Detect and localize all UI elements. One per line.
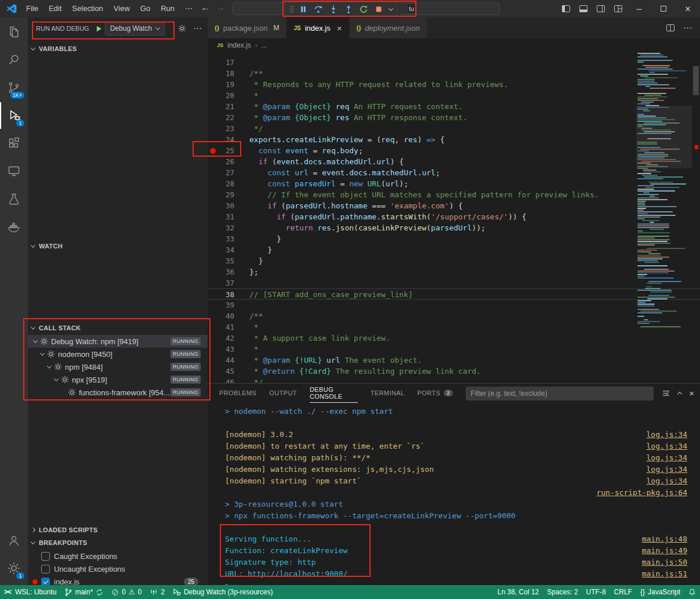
activity-extensions-icon[interactable]	[0, 130, 28, 157]
start-debugging-icon[interactable]	[95, 25, 103, 33]
glyph-margin[interactable]	[208, 134, 220, 145]
maximize-icon[interactable]	[651, 0, 676, 17]
settings-gear-icon[interactable]: 1	[0, 555, 28, 582]
glyph-margin[interactable]	[208, 322, 220, 333]
section-watch[interactable]: WATCH	[28, 240, 208, 252]
menu-edit[interactable]: Edit	[43, 2, 67, 15]
glyph-margin[interactable]	[208, 123, 220, 134]
glyph-margin[interactable]	[208, 90, 220, 101]
glyph-margin[interactable]	[208, 366, 220, 377]
callstack-item[interactable]: nodemon [9450]RUNNING	[28, 348, 208, 360]
section-breakpoints[interactable]: BREAKPOINTS	[28, 537, 208, 549]
activity-search-icon[interactable]	[0, 46, 28, 73]
glyph-margin[interactable]	[208, 344, 220, 355]
clear-console-icon[interactable]	[662, 389, 670, 398]
pause-icon[interactable]	[296, 3, 311, 16]
code-editor[interactable]: 1718/**19 * Responds to any HTTP request…	[208, 52, 700, 383]
debug-session-indicator[interactable]: Debug Watch (3p-resources)	[169, 585, 277, 599]
minimap[interactable]	[636, 52, 692, 383]
step-out-icon[interactable]	[341, 3, 356, 16]
glyph-margin[interactable]	[208, 233, 220, 244]
source-link[interactable]: log.js:34	[647, 475, 687, 487]
panel-tab-debug-console[interactable]: DEBUG CONSOLE	[310, 384, 358, 403]
customize-layout-icon[interactable]	[610, 0, 627, 17]
glyph-margin[interactable]	[208, 156, 220, 167]
activity-explorer-icon[interactable]	[0, 19, 28, 45]
encoding[interactable]: UTF-8	[582, 585, 610, 599]
toggle-secondary-sidebar-icon[interactable]	[592, 0, 610, 17]
notifications-bell[interactable]	[684, 585, 700, 599]
callstack-item[interactable]: Debug Watch: npm [9419]RUNNING	[28, 335, 208, 348]
source-link[interactable]: main.js:49	[642, 545, 687, 557]
account-icon[interactable]	[0, 527, 28, 554]
glyph-margin[interactable]	[208, 79, 220, 90]
remote-indicator[interactable]: >< WSL: Ubuntu	[0, 585, 60, 599]
debug-config-select[interactable]: Debug Watch	[105, 21, 165, 35]
activity-docker-icon[interactable]	[0, 214, 28, 240]
editor-more-actions-icon[interactable]: ⋯	[683, 23, 692, 33]
glyph-margin[interactable]	[208, 244, 220, 255]
tab-index.js[interactable]: JSindex.js×	[286, 17, 349, 38]
forward-arrow-icon[interactable]: →	[213, 2, 227, 12]
activity-run-debug-icon[interactable]: 1	[0, 102, 28, 129]
callstack-item[interactable]: npm [9484]RUNNING	[28, 360, 208, 373]
glyph-margin[interactable]	[208, 355, 220, 366]
checkbox[interactable]	[41, 552, 50, 561]
step-into-icon[interactable]	[326, 3, 341, 16]
editor-scrollbar[interactable]	[692, 52, 700, 383]
glyph-margin[interactable]	[208, 289, 220, 299]
menu-file[interactable]: File	[21, 2, 43, 15]
debug-settings-gear-icon[interactable]	[178, 24, 186, 33]
git-branch[interactable]: main*	[60, 585, 107, 599]
restart-icon[interactable]	[356, 3, 371, 16]
glyph-margin[interactable]	[208, 211, 220, 222]
indentation[interactable]: Spaces: 2	[543, 585, 582, 599]
breakpoint-item[interactable]: Uncaught Exceptions	[28, 562, 208, 575]
tab-package.json[interactable]: {}package.jsonM	[208, 17, 286, 38]
checkbox[interactable]	[41, 565, 50, 573]
breakpoint-item[interactable]: index.js25	[28, 575, 208, 585]
panel-tab-output[interactable]: OUTPUT	[269, 384, 297, 403]
stop-icon[interactable]	[371, 3, 386, 16]
panel-tab-terminal[interactable]: TERMINAL	[371, 384, 405, 403]
glyph-margin[interactable]	[208, 112, 220, 123]
breadcrumb[interactable]: JS index.js › ...	[208, 38, 700, 52]
glyph-margin[interactable]	[208, 101, 220, 112]
source-link[interactable]: log.js:34	[647, 452, 687, 464]
step-over-icon[interactable]	[311, 3, 326, 16]
section-loaded-scripts[interactable]: LOADED SCRIPTS	[28, 524, 208, 536]
split-editor-icon[interactable]	[666, 23, 675, 33]
breadcrumb-symbol[interactable]: ...	[262, 41, 267, 49]
callstack-item[interactable]: functions-framework [954...RUNNING	[28, 386, 208, 399]
glyph-margin[interactable]	[208, 57, 220, 68]
breakpoint-dot[interactable]	[210, 148, 216, 154]
minimize-icon[interactable]: ─	[627, 0, 651, 17]
problems-indicator[interactable]: 0 ⚠ 0	[107, 585, 146, 599]
glyph-margin[interactable]	[208, 300, 220, 311]
tab-deployment.json[interactable]: {}deployment.json	[350, 17, 427, 38]
glyph-margin[interactable]	[208, 167, 220, 178]
source-link[interactable]: log.js:34	[647, 441, 687, 452]
close-panel-icon[interactable]: ×	[689, 388, 694, 398]
source-link[interactable]: log.js:34	[647, 464, 687, 475]
cursor-position[interactable]: Ln 38, Col 12	[494, 585, 543, 599]
section-call-stack[interactable]: CALL STACK	[28, 322, 208, 334]
chevron-down-icon[interactable]	[386, 3, 396, 16]
more-actions-icon[interactable]: ⋯	[193, 23, 202, 34]
source-link[interactable]: main.js:51	[642, 568, 687, 580]
scrollbar-thumb[interactable]	[693, 66, 699, 95]
callstack-item[interactable]: npx [9519]RUNNING	[28, 373, 208, 386]
source-link[interactable]: log.js:34	[647, 429, 687, 441]
checkbox[interactable]	[41, 578, 50, 586]
activity-remote-explorer-icon[interactable]	[0, 158, 28, 185]
console-filter-input[interactable]	[466, 387, 654, 400]
breadcrumb-file[interactable]: index.js	[227, 41, 251, 49]
ports-indicator[interactable]: 2	[146, 585, 169, 599]
glyph-margin[interactable]	[208, 222, 220, 233]
glyph-margin[interactable]	[208, 266, 220, 277]
glyph-margin[interactable]	[208, 68, 220, 79]
activity-source-control-icon[interactable]: 1K+	[0, 74, 28, 101]
source-link[interactable]: main.js:50	[642, 557, 687, 568]
glyph-margin[interactable]	[208, 145, 220, 156]
glyph-margin[interactable]	[208, 377, 220, 383]
